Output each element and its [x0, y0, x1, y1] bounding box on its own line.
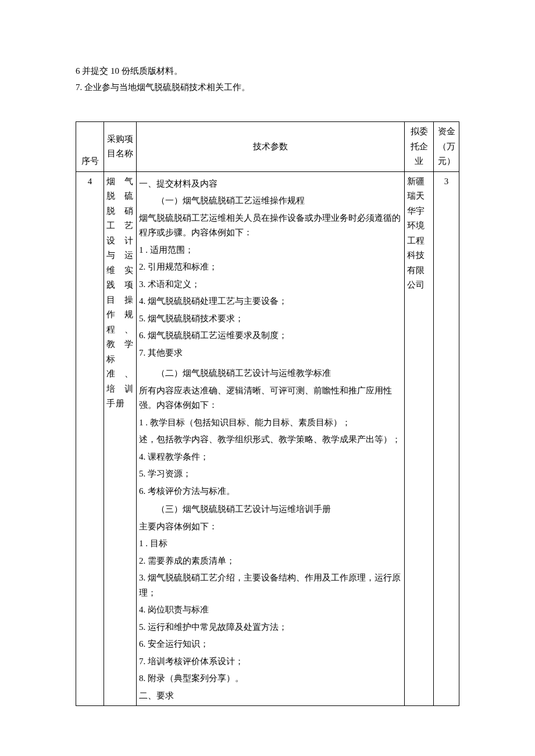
- list-item: 3. 术语和定义；: [139, 277, 402, 292]
- col-header-name: 采购项目名称: [104, 122, 137, 172]
- list-item: 4. 岗位职责与标准: [139, 603, 402, 618]
- list-item: 3. 烟气脱硫脱硝工艺介绍，主要设备结构、作用及工作原理，运行原理；: [139, 571, 402, 600]
- list-item: 1 . 目标: [139, 536, 402, 551]
- preamble-block: 6 并提交 10 份纸质版材料。 7. 企业参与当地烟气脱硫脱硝技术相关工作。: [76, 64, 459, 95]
- cell-entrust: 新疆瑞天华宇环境工程科技有限公司: [405, 171, 434, 706]
- cell-spec: 一、提交材料及内容 （一）烟气脱硫脱硝工艺运维操作规程 烟气脱硫脱硝工艺运维相关…: [137, 171, 405, 706]
- col-header-fund: 资金（万元）: [434, 122, 459, 172]
- cell-fund: 3: [434, 171, 459, 706]
- list-item: 6. 烟气脱硫脱硝工艺运维要求及制度；: [139, 328, 402, 343]
- section-1b-heading: （二）烟气脱硫脱硝工艺设计与运维教学标准: [139, 366, 402, 381]
- list-item: 1 . 适用范围；: [139, 243, 402, 258]
- spec-table: 序号 采购项目名称 技术参数 拟委托企业 资金（万元） 4 烟气脱硫脱硝工艺设计…: [76, 121, 459, 706]
- table-header-row: 序号 采购项目名称 技术参数 拟委托企业 资金（万元）: [76, 122, 459, 172]
- section-1a-heading: （一）烟气脱硫脱硝工艺运维操作规程: [139, 194, 402, 209]
- list-item: 6. 考核评价方法与标准。: [139, 484, 402, 499]
- list-item: 述，包括教学内容、教学组织形式、教学策略、教学成果产出等）；: [139, 432, 402, 447]
- list-item: 4. 课程教学条件；: [139, 450, 402, 465]
- cell-project-name: 烟气脱硫脱硝工艺设计与运维实践项目操作规程、教学标准、培训手册: [104, 171, 137, 706]
- list-item: 2. 引用规范和标准；: [139, 260, 402, 275]
- list-item: 2. 需要养成的素质清单；: [139, 554, 402, 569]
- preamble-line-2: 7. 企业参与当地烟气脱硫脱硝技术相关工作。: [76, 80, 459, 95]
- document-page: 6 并提交 10 份纸质版材料。 7. 企业参与当地烟气脱硫脱硝技术相关工作。 …: [0, 0, 535, 729]
- col-header-entrust: 拟委托企业: [405, 122, 434, 172]
- col-header-seq: 序号: [76, 122, 104, 172]
- list-item: 8. 附录（典型案列分享）。: [139, 671, 402, 686]
- list-item: 4. 烟气脱硫脱硝处理工艺与主要设备；: [139, 294, 402, 309]
- section-1b-intro: 所有内容应表达准确、逻辑清晰、可评可测、前瞻性和推广应用性强。内容体例如下：: [139, 384, 402, 413]
- list-item: 5. 烟气脱硫脱硝技术要求；: [139, 311, 402, 327]
- table-row: 4 烟气脱硫脱硝工艺设计与运维实践项目操作规程、教学标准、培训手册 一、提交材料…: [76, 171, 459, 706]
- list-item: 6. 安全运行知识；: [139, 637, 402, 652]
- preamble-line-1: 6 并提交 10 份纸质版材料。: [76, 64, 459, 79]
- list-item: 1 . 教学目标（包括知识目标、能力目标、素质目标）；: [139, 415, 402, 431]
- section-1c-heading: （三）烟气脱硫脱硝工艺设计与运维培训手册: [139, 502, 402, 517]
- list-item: 7. 其他要求: [139, 346, 402, 361]
- col-header-spec: 技术参数: [137, 122, 405, 172]
- section-1-title: 一、提交材料及内容: [139, 177, 402, 192]
- list-item: 7. 培训考核评价体系设计；: [139, 654, 402, 669]
- cell-seq: 4: [76, 171, 104, 706]
- section-1c-intro: 主要内容体例如下：: [139, 519, 402, 535]
- list-item: 5. 学习资源；: [139, 467, 402, 482]
- section-1a-intro: 烟气脱硫脱硝工艺运维相关人员在操作设备或办理业务时必须遵循的程序或步骤。内容体例…: [139, 211, 402, 241]
- section-2-title: 二、要求: [139, 689, 402, 704]
- list-item: 5. 运行和维护中常见故障及处置方法；: [139, 620, 402, 635]
